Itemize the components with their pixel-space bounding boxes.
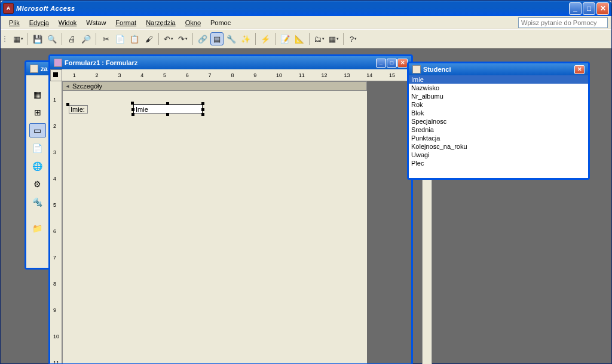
code-button[interactable]: ⚡ xyxy=(259,32,272,45)
app-window: A Microsoft Access _ □ ✕ Plik Edycja Wid… xyxy=(0,0,612,364)
modules-icon[interactable]: 🔩 xyxy=(29,195,46,209)
ruler-h-mark: 6 xyxy=(186,72,189,78)
vertical-ruler[interactable]: 1234567891011 xyxy=(50,81,62,363)
help-button[interactable]: ?▾ xyxy=(347,32,360,45)
paste-button[interactable]: 📋 xyxy=(128,32,141,45)
pages-icon[interactable]: 🌐 xyxy=(29,159,46,173)
reports-icon[interactable]: 📄 xyxy=(29,141,46,155)
form-maximize-button[interactable]: □ xyxy=(387,59,397,68)
ruler-h-mark: 11 xyxy=(299,72,305,78)
field-list-titlebar[interactable]: Studenci ✕ xyxy=(409,63,588,75)
macros-icon[interactable]: ⚙ xyxy=(29,177,46,191)
ruler-v-mark: 9 xyxy=(53,307,56,313)
menu-okno[interactable]: Okno xyxy=(180,18,206,27)
form-close-button[interactable]: ✕ xyxy=(397,59,408,68)
ruler-v-mark: 4 xyxy=(53,176,56,182)
menu-plik[interactable]: Plik xyxy=(4,18,25,27)
field-list-window[interactable]: Studenci ✕ ImieNazwiskoNr_albumuRokBlokS… xyxy=(407,62,590,180)
field-item[interactable]: Plec xyxy=(409,159,588,167)
new-object-button[interactable]: ▦▾ xyxy=(327,32,340,45)
ruler-h-mark: 3 xyxy=(118,72,121,78)
toolbox-button[interactable]: 🔧 xyxy=(225,32,238,45)
build-button[interactable]: 📐 xyxy=(293,32,306,45)
toolbar: ▦▾ 💾 🔍 🖨 🔎 ✂ 📄 📋 🖌 ↶▾ ↷▾ 🔗 ▤ 🔧 ✨ ⚡ 📝 📐 🗂… xyxy=(1,29,611,48)
minimize-button[interactable]: _ xyxy=(569,2,582,15)
field-item[interactable]: Specjalnosc xyxy=(409,117,588,126)
database-icon xyxy=(30,65,38,73)
redo-button[interactable]: ↷▾ xyxy=(176,32,189,45)
autoformat-button[interactable]: ✨ xyxy=(239,32,252,45)
form-designer-window[interactable]: Formularz1 : Formularz _ □ ✕ 12345678910… xyxy=(48,54,413,364)
search-button[interactable]: 🔍 xyxy=(45,32,59,45)
menu-edycja[interactable]: Edycja xyxy=(25,18,54,27)
menubar: Plik Edycja Widok Wstaw Format Narzędzia… xyxy=(1,16,611,29)
toolbar-handle[interactable] xyxy=(4,32,8,45)
ruler-v-mark: 2 xyxy=(53,123,56,129)
groups-icon[interactable]: 📁 xyxy=(29,221,46,235)
field-item[interactable]: Blok xyxy=(409,109,588,117)
close-button[interactable]: ✕ xyxy=(596,2,609,15)
section-header-detail[interactable]: Szczegóły xyxy=(62,81,367,91)
properties-button[interactable]: 📝 xyxy=(279,32,292,45)
hyperlink-button[interactable]: 🔗 xyxy=(196,32,209,45)
queries-icon[interactable]: ⊞ xyxy=(29,105,46,120)
field-item[interactable]: Nazwisko xyxy=(409,84,588,92)
table-icon xyxy=(412,65,421,74)
form-titlebar[interactable]: Formularz1 : Formularz _ □ ✕ xyxy=(50,56,411,69)
field-item[interactable]: Nr_albumu xyxy=(409,92,588,100)
workspace-scrollbar[interactable] xyxy=(422,179,432,364)
ruler-v-mark: 5 xyxy=(53,202,56,208)
detail-section[interactable]: Imie: Imie xyxy=(62,91,367,363)
ruler-v-mark: 7 xyxy=(53,255,56,261)
ruler-h-mark: 4 xyxy=(140,72,143,78)
field-item[interactable]: Srednia xyxy=(409,126,588,134)
menu-pomoc[interactable]: Pomoc xyxy=(206,18,235,27)
form-minimize-button[interactable]: _ xyxy=(376,59,386,68)
label-imie[interactable]: Imie: xyxy=(69,105,88,114)
print-preview-button[interactable]: 🔎 xyxy=(79,32,93,45)
field-item[interactable]: Uwagi xyxy=(409,151,588,159)
print-button[interactable]: 🖨 xyxy=(65,32,78,45)
menu-wstaw[interactable]: Wstaw xyxy=(81,18,111,27)
ruler-h-mark: 14 xyxy=(366,72,372,78)
field-item[interactable]: Kolejnosc_na_roku xyxy=(409,142,588,151)
field-list-title: Studenci xyxy=(423,66,451,73)
ruler-h-mark: 15 xyxy=(389,72,395,78)
design-surface[interactable]: Szczegóły Imie: Imie xyxy=(62,81,367,363)
save-button[interactable]: 💾 xyxy=(31,32,44,45)
form-body: 123456789101112131415 1234567891011 Szcz… xyxy=(50,69,411,363)
field-list-close-button[interactable]: ✕ xyxy=(574,65,585,74)
horizontal-ruler[interactable]: 123456789101112131415 xyxy=(62,69,411,81)
field-item[interactable]: Punktacja xyxy=(409,134,588,142)
field-item[interactable]: Rok xyxy=(409,100,588,109)
menu-narzedzia[interactable]: Narzędzia xyxy=(141,18,180,27)
menu-widok[interactable]: Widok xyxy=(54,18,82,27)
ruler-v-mark: 10 xyxy=(53,334,59,339)
form-title: Formularz1 : Formularz xyxy=(65,59,137,66)
ruler-h-mark: 5 xyxy=(163,72,166,78)
ruler-h-mark: 1 xyxy=(73,72,76,78)
cut-button[interactable]: ✂ xyxy=(99,32,112,45)
field-list-body[interactable]: ImieNazwiskoNr_albumuRokBlokSpecjalnoscS… xyxy=(409,75,588,178)
view-button[interactable]: ▦▾ xyxy=(11,32,25,45)
undo-button[interactable]: ↶▾ xyxy=(162,32,175,45)
copy-button[interactable]: 📄 xyxy=(114,32,127,45)
maximize-button[interactable]: □ xyxy=(583,2,595,15)
app-title: Microsoft Access xyxy=(16,5,569,12)
field-list-button[interactable]: ▤ xyxy=(210,32,224,45)
ruler-corner[interactable] xyxy=(50,69,62,81)
help-question-input[interactable] xyxy=(518,17,608,28)
database-window-button[interactable]: 🗂▾ xyxy=(313,32,326,45)
ruler-h-mark: 7 xyxy=(209,72,212,78)
ruler-h-mark: 10 xyxy=(276,72,282,78)
menu-format[interactable]: Format xyxy=(111,18,141,27)
format-painter-button[interactable]: 🖌 xyxy=(142,32,155,45)
access-icon: A xyxy=(3,3,14,14)
ruler-v-mark: 1 xyxy=(53,97,56,103)
forms-icon[interactable]: ▭ xyxy=(29,123,46,137)
textbox-imie[interactable]: Imie xyxy=(133,104,203,114)
field-item[interactable]: Imie xyxy=(409,75,588,84)
ruler-h-mark: 2 xyxy=(96,72,99,78)
tables-icon[interactable]: ▦ xyxy=(29,87,46,102)
ruler-h-mark: 13 xyxy=(344,72,350,78)
